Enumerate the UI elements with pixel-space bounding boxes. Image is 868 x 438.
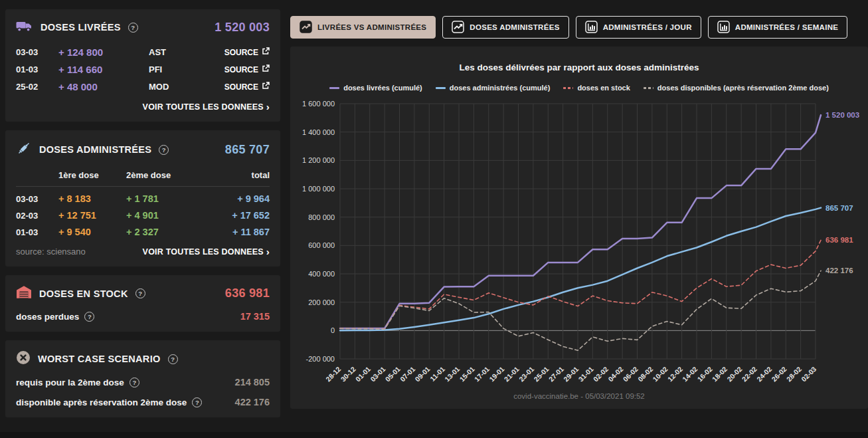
- svg-text:29-01: 29-01: [562, 365, 580, 383]
- second-dose-value: + 1 781: [126, 193, 199, 204]
- svg-text:04-02: 04-02: [606, 365, 625, 383]
- see-all-data-link[interactable]: VOIR TOUTES LES DONNEES›: [16, 102, 270, 112]
- deliveries-table: 03-03 + 124 800 AST SOURCE 01-03 + 114 6…: [16, 47, 270, 92]
- tab-livrees-vs-administrees[interactable]: LIVRÉES VS ADMINISTRÉES: [290, 16, 436, 39]
- table-row: 01-03 + 9 540 + 2 327 + 11 867: [16, 227, 270, 237]
- help-icon[interactable]: ?: [130, 378, 139, 387]
- second-dose-value: + 2 327: [126, 227, 199, 237]
- chart-plot: 1 600 0001 400 0001 200 0001 000 000800 …: [290, 94, 868, 401]
- dashboard-layout: DOSES LIVRÉES ? 1 520 003 03-03 + 124 80…: [0, 0, 868, 417]
- svg-text:08-02: 08-02: [636, 365, 655, 383]
- legend-dash: [563, 87, 573, 89]
- help-icon[interactable]: ?: [159, 145, 169, 155]
- doses-en-stock-header: DOSES EN STOCK ? 636 981: [16, 285, 270, 302]
- syringe-icon: [16, 140, 32, 159]
- tab-label: LIVRÉES VS ADMINISTRÉES: [317, 23, 426, 31]
- doses-livrees-title: DOSES LIVRÉES: [41, 22, 121, 33]
- svg-text:03-01: 03-01: [369, 365, 387, 383]
- row-date: 01-03: [16, 227, 58, 237]
- doses-en-stock-total: 636 981: [225, 286, 270, 300]
- see-all-label: VOIR TOUTES LES DONNEES: [143, 102, 264, 112]
- svg-text:0: 0: [331, 326, 335, 334]
- external-link-icon: [262, 82, 270, 92]
- tab-administrees-semaine[interactable]: ADMINISTRÉES / SEMAINE: [708, 16, 847, 39]
- table-row: 02-03 + 12 751 + 4 901 + 17 652: [16, 210, 270, 221]
- total-value: + 11 867: [199, 227, 270, 237]
- svg-text:30-12: 30-12: [339, 365, 357, 383]
- administered-table: 03-03 + 8 183 + 1 781 + 9 964 02-03 + 12…: [16, 193, 270, 237]
- disponible-row: disponible après réservation 2ème dose ?…: [16, 397, 270, 407]
- legend-label: doses administrées (cumulé): [450, 84, 551, 92]
- source-note: source: sciensano: [16, 247, 86, 257]
- legend-label: doses en stock: [577, 84, 630, 92]
- table-row: 03-03 + 8 183 + 1 781 + 9 964: [16, 193, 270, 204]
- svg-text:1 600 000: 1 600 000: [302, 100, 335, 108]
- tab-doses-administrees[interactable]: DOSES ADMINISTRÉES: [442, 16, 568, 39]
- svg-text:636 981: 636 981: [825, 236, 853, 244]
- worst-case-title: WORST CASE SCENARIO: [38, 354, 161, 364]
- chart-title: Les doses délivrées par rapport aux dose…: [290, 62, 868, 72]
- delivery-date: 03-03: [16, 47, 58, 57]
- col-header-second-dose: 2ème dose: [126, 170, 199, 180]
- doses-en-stock-title: DOSES EN STOCK: [39, 288, 128, 299]
- svg-text:02-02: 02-02: [592, 365, 610, 383]
- legend-dash: [329, 87, 339, 89]
- svg-text:01-01: 01-01: [354, 365, 373, 383]
- second-dose-value: + 4 901: [126, 210, 199, 221]
- chart-legend: doses livrées (cumulé) doses administrée…: [290, 84, 868, 92]
- worst-case-card: WORST CASE SCENARIO ? requis pour la 2èm…: [5, 340, 280, 417]
- line-chart-icon: [452, 21, 464, 35]
- svg-text:-200 000: -200 000: [306, 355, 335, 363]
- legend-item-livrees[interactable]: doses livrées (cumulé): [329, 84, 422, 92]
- chart-watermark: covid-vaccinatie.be - 05/03/2021 09:52: [290, 392, 868, 400]
- disponible-value: 422 176: [235, 397, 270, 407]
- delivery-amount: + 48 000: [58, 81, 149, 92]
- svg-text:02-03: 02-03: [800, 365, 818, 383]
- legend-item-disponibles[interactable]: doses disponibles (après réservation 2èm…: [644, 84, 829, 92]
- vendor-code: AST: [149, 47, 224, 57]
- source-link[interactable]: SOURCE: [224, 82, 270, 92]
- truck-icon: [16, 19, 33, 35]
- table-row: 03-03 + 124 800 AST SOURCE: [16, 47, 270, 58]
- legend-item-administrees[interactable]: doses administrées (cumulé): [436, 84, 551, 92]
- help-icon[interactable]: ?: [135, 288, 145, 298]
- page-bottom-strip: [0, 432, 868, 438]
- legend-dash: [644, 87, 653, 89]
- source-label: SOURCE: [224, 48, 258, 57]
- chart-tabs: LIVRÉES VS ADMINISTRÉES DOSES ADMINISTRÉ…: [290, 16, 868, 39]
- svg-text:05-01: 05-01: [383, 365, 402, 383]
- legend-item-stock[interactable]: doses en stock: [563, 84, 630, 92]
- svg-text:14-02: 14-02: [681, 365, 699, 383]
- help-icon[interactable]: ?: [192, 397, 202, 407]
- svg-text:09-01: 09-01: [413, 365, 432, 383]
- source-link[interactable]: SOURCE: [224, 64, 270, 74]
- requis-row: requis pour la 2ème dose ? 214 805: [16, 377, 270, 387]
- delivery-amount: + 114 660: [58, 64, 149, 75]
- line-chart-icon: [300, 21, 312, 35]
- svg-text:865 707: 865 707: [825, 204, 853, 212]
- doses-administrees-title: DOSES ADMINISTRÉES: [39, 144, 151, 155]
- source-link[interactable]: SOURCE: [224, 47, 270, 57]
- help-icon[interactable]: ?: [84, 312, 94, 322]
- svg-text:400 000: 400 000: [308, 270, 335, 278]
- svg-text:15-01: 15-01: [458, 365, 476, 383]
- total-value: + 9 964: [199, 193, 270, 204]
- tab-administrees-jour[interactable]: ADMINISTRÉES / JOUR: [576, 16, 701, 39]
- doses-administrees-card: DOSES ADMINISTRÉES ? 865 707 1ère dose 2…: [5, 130, 280, 267]
- see-all-data-link[interactable]: VOIR TOUTES LES DONNEES›: [143, 247, 270, 257]
- doses-livrees-card: DOSES LIVRÉES ? 1 520 003 03-03 + 124 80…: [5, 9, 280, 122]
- svg-text:18-02: 18-02: [711, 365, 729, 383]
- help-icon[interactable]: ?: [128, 23, 138, 33]
- table-row: 01-03 + 114 660 PFI SOURCE: [16, 64, 270, 75]
- help-icon[interactable]: ?: [168, 354, 178, 364]
- svg-text:16-02: 16-02: [695, 365, 714, 383]
- svg-text:10-02: 10-02: [651, 365, 669, 383]
- svg-text:17-01: 17-01: [473, 365, 491, 383]
- svg-text:800 000: 800 000: [308, 213, 335, 221]
- spacer: [16, 170, 58, 180]
- delivery-amount: + 124 800: [58, 47, 149, 58]
- svg-text:200 000: 200 000: [308, 298, 335, 306]
- chevron-right-icon: ›: [266, 246, 270, 257]
- svg-text:27-01: 27-01: [547, 365, 566, 383]
- col-header-total: total: [199, 170, 270, 180]
